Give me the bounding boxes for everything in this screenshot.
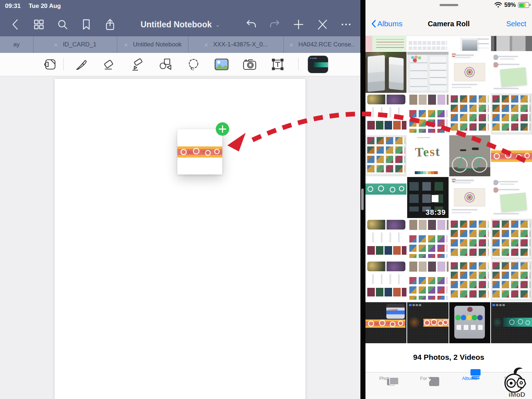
page-settings-icon[interactable]: [42, 56, 58, 73]
tab-label: HA042.RCE Conse..: [298, 41, 354, 48]
photo-thumb-green-bicycle-photo[interactable]: [449, 135, 490, 176]
add-plus-badge: [216, 122, 229, 136]
tab-search[interactable]: Search: [490, 372, 532, 399]
more-icon[interactable]: [340, 18, 353, 31]
document-tab[interactable]: ×Untitled Notebook: [117, 36, 188, 53]
share-icon[interactable]: [104, 18, 117, 31]
photo-thumb-coloring-app-banners-screenshot[interactable]: [365, 94, 406, 135]
undo-icon[interactable]: [245, 18, 258, 31]
photo-thumb-coloring-app-banners-screenshot[interactable]: [365, 260, 406, 301]
close-tab-icon[interactable]: ×: [289, 41, 293, 48]
notebook-title[interactable]: Untitled Notebook ⌄: [141, 20, 220, 30]
photo-thumb-facebook-post-mandala-coloring[interactable]: [449, 177, 490, 218]
back-to-albums-button[interactable]: Albums: [371, 19, 403, 28]
shapes-tool-icon[interactable]: [157, 56, 174, 73]
window-grabber[interactable]: [440, 4, 458, 6]
select-button[interactable]: Select: [506, 20, 526, 28]
status-time: 09:31: [5, 3, 21, 13]
battery-percent: 59%: [504, 2, 516, 8]
close-tab-icon[interactable]: ×: [124, 41, 128, 48]
photo-thumb-pink-green-note-screenshot[interactable]: [365, 36, 406, 51]
tab-label: Photos: [365, 376, 407, 381]
split-screen: 09:31 Tue 20 Aug Untitled Notebook ⌄: [0, 0, 532, 399]
tab-label: XXX-1-43875-X_0...: [213, 41, 268, 48]
photo-thumb-facebook-post-mandala-coloring[interactable]: [449, 52, 490, 93]
photo-thumb-keyboard-screenshot[interactable]: [407, 36, 448, 51]
photo-thumb-colorful-art-grid-gray[interactable]: [365, 135, 406, 176]
photo-thumb-fridge-door-photo[interactable]: [491, 36, 532, 51]
photo-thumb-colorful-art-grid-gray[interactable]: [491, 260, 532, 301]
text-tool-icon[interactable]: [269, 56, 286, 73]
photo-count-summary: 94 Photos, 2 Videos: [365, 343, 532, 362]
search-icon[interactable]: [56, 18, 69, 31]
chevron-left-icon: [371, 20, 376, 28]
photo-thumb-feed-with-green-note[interactable]: [491, 52, 532, 93]
split-view-divider[interactable]: [360, 0, 365, 399]
redo-icon[interactable]: [268, 18, 281, 31]
lasso-tool-icon[interactable]: [185, 56, 202, 73]
bookmark-icon[interactable]: [80, 18, 93, 31]
tab-photos[interactable]: Photos: [365, 372, 407, 399]
nav-right-group: [245, 18, 353, 31]
nav-left-group: [9, 18, 117, 31]
close-tab-icon[interactable]: ×: [54, 41, 58, 48]
video-duration-badge: 38:39: [426, 208, 446, 217]
photo-thumb-coloring-app-gallery-screenshot[interactable]: [407, 260, 448, 301]
photo-thumb-coloring-app-gallery-screenshot[interactable]: [407, 219, 448, 260]
photo-thumb-teal-washi-tape-sticker[interactable]: [365, 177, 406, 218]
photo-thumb-procreate-canvas-washi-tape[interactable]: [407, 302, 448, 343]
photo-thumb-colorful-art-grid-white[interactable]: [449, 94, 490, 135]
photo-thumb-colorful-art-grid-gray[interactable]: [491, 94, 532, 135]
photo-thumb-open-fridge-dark-room[interactable]: [365, 52, 406, 93]
close-tab-icon[interactable]: ×: [204, 41, 208, 48]
image-tool-icon[interactable]: [213, 56, 230, 73]
photo-thumb-empty-fridge-interior[interactable]: [407, 52, 448, 93]
photo-thumb-colorful-art-grid-gray[interactable]: [491, 219, 532, 260]
tab-albums[interactable]: Albums: [449, 372, 491, 399]
photo-thumb-procreate-canvas-teal-tape[interactable]: [491, 302, 532, 343]
photo-thumb-procreate-canvas-layers-panel[interactable]: [365, 302, 406, 343]
photo-thumb-coloring-app-gallery-screenshot[interactable]: [407, 94, 448, 135]
photo-thumb-test-lettering-artwork[interactable]: Test: [407, 135, 448, 176]
document-tab[interactable]: ay: [0, 36, 33, 53]
washi-tape-strip: [177, 146, 222, 158]
photo-thumb-feed-with-green-note[interactable]: [491, 177, 532, 218]
highlighter-tool-icon[interactable]: [129, 56, 146, 73]
back-icon[interactable]: [9, 18, 22, 31]
status-bar-left: 09:31 Tue 20 Aug: [0, 0, 360, 13]
photo-thumb-document-with-photo[interactable]: [449, 36, 490, 51]
dragged-sticker-card[interactable]: [177, 129, 222, 174]
photos-tab-bar: PhotosFor YouAlbumsSearch: [365, 372, 532, 399]
tab-label: ay: [13, 41, 20, 48]
eraser-tool-icon[interactable]: [101, 56, 118, 73]
photo-thumb-colorful-art-grid-white[interactable]: [449, 260, 490, 301]
notebook-page[interactable]: [55, 79, 305, 399]
document-tabs: ay×ID_CARD_1×Untitled Notebook×XXX-1-438…: [0, 36, 360, 53]
pen-tool-icon[interactable]: [73, 56, 90, 73]
document-tab[interactable]: ×ID_CARD_1: [33, 36, 117, 53]
tab-label: Albums: [449, 376, 491, 381]
notes-toolbar: [0, 53, 360, 76]
camera-tool-icon[interactable]: [241, 56, 258, 73]
selected-element-preview[interactable]: [308, 56, 328, 73]
photos-header: 59% ⚡ Albums Camera Roll Select: [365, 0, 532, 36]
thumbnails-grid-icon[interactable]: [32, 18, 45, 31]
stylus-off-icon[interactable]: [316, 18, 329, 31]
document-tab[interactable]: ×XXX-1-43875-X_0...: [188, 36, 283, 53]
split-drag-handle[interactable]: [361, 189, 364, 210]
notes-app-pane: 09:31 Tue 20 Aug Untitled Notebook ⌄: [0, 0, 360, 399]
photo-thumb-coloring-app-banners-screenshot[interactable]: [365, 219, 406, 260]
add-icon[interactable]: [292, 18, 305, 31]
photo-thumb-procreate-gallery-video[interactable]: 38:39: [407, 177, 448, 218]
photo-thumb-share-sheet-screenshot[interactable]: [449, 302, 490, 343]
photos-nav-bar: Albums Camera Roll Select: [365, 14, 532, 33]
toolbar-divider: [63, 58, 64, 71]
photo-thumb-colorful-art-grid-white[interactable]: [449, 219, 490, 260]
artwork-text: Test: [415, 144, 441, 159]
photo-thumb-orange-washi-tape-sticker[interactable]: [491, 135, 532, 176]
document-tab[interactable]: ×HA042.RCE Conse..: [284, 36, 360, 53]
tab-for-you[interactable]: For You: [407, 372, 449, 399]
photo-grid: Test38:39: [365, 36, 532, 343]
status-bar-right: 59% ⚡: [494, 2, 529, 8]
notebook-canvas[interactable]: [0, 76, 360, 399]
